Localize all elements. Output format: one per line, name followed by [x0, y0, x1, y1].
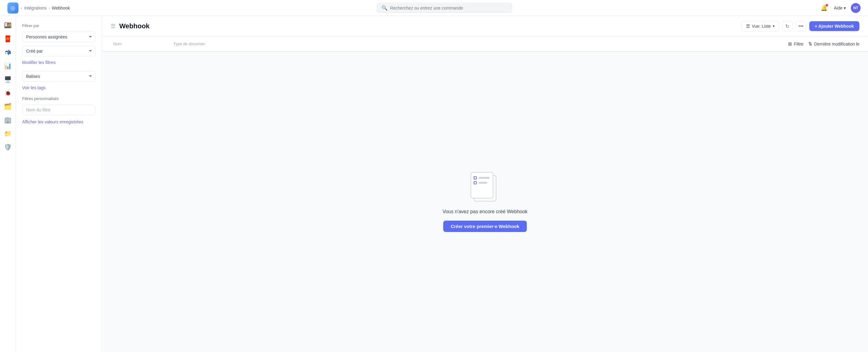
- sidebar-icon-chart[interactable]: 📊: [2, 60, 13, 71]
- add-webhook-button[interactable]: + Ajouter Webhook: [809, 21, 859, 31]
- filter-controls: ⊞ Filtre ⇅ Dernière modification le: [788, 41, 859, 47]
- logo: ◎: [7, 2, 19, 13]
- view-chevron-icon: ▾: [773, 24, 775, 28]
- sort-button[interactable]: ⇅ Dernière modification le: [808, 41, 859, 47]
- notification-badge: [826, 4, 828, 6]
- refresh-icon: ↻: [785, 23, 789, 29]
- sidebar-icon-folder[interactable]: 📁: [2, 128, 13, 139]
- assigned-persons-select[interactable]: Personnes assignées: [22, 32, 96, 42]
- modify-filters-button[interactable]: Modifier les filtres: [22, 60, 56, 65]
- show-saved-values-button[interactable]: Afficher les valeurs enregistrées: [22, 119, 83, 124]
- column-header-type[interactable]: Type de documen: [171, 40, 220, 48]
- view-list-button[interactable]: ☰ Vue: Liste ▾: [741, 21, 779, 31]
- help-label: Aide: [834, 5, 842, 10]
- search-box[interactable]: 🔍: [377, 3, 512, 13]
- logo-icon: ◎: [10, 5, 16, 11]
- sidebar-icon-home[interactable]: 🍱: [2, 20, 13, 31]
- table-header-row: Nom Type de documen ⊞ Filtre ⇅ Dernière …: [102, 37, 868, 51]
- list-icon: ☰: [746, 23, 750, 29]
- nav-right: 🔔 Aide ▾ NT: [819, 3, 861, 13]
- filter-button[interactable]: ⊞ Filtre: [788, 41, 803, 47]
- icon-sidebar: 🍱 🧧 📬 📊 🖥️ 🐞 🗂️ 🏢 📁 🛡️: [0, 16, 16, 352]
- empty-state: Vous n'avez pas encore créé Webhook Crée…: [102, 52, 868, 352]
- filter-name-input[interactable]: [22, 105, 96, 115]
- sort-label: Dernière modification le: [814, 41, 859, 47]
- refresh-button[interactable]: ↻: [782, 21, 793, 31]
- sort-icon: ⇅: [808, 41, 812, 47]
- filter-by-label: Filtrer par: [22, 23, 96, 28]
- sidebar-icon-shield[interactable]: 🛡️: [2, 142, 13, 153]
- sidebar-icon-screen[interactable]: 🖥️: [2, 74, 13, 85]
- page-title: Webhook: [119, 22, 150, 30]
- add-button-label: + Ajouter Webhook: [815, 24, 854, 29]
- breadcrumb-sep: ›: [49, 5, 50, 10]
- user-avatar[interactable]: NT: [851, 3, 861, 13]
- page-header-left: ☰ Webhook: [111, 22, 150, 30]
- search-input[interactable]: [390, 5, 507, 10]
- empty-message: Vous n'avez pas encore créé Webhook: [443, 209, 528, 214]
- breadcrumb: › Intégrations › Webhook: [21, 5, 70, 10]
- help-button[interactable]: Aide ▾: [834, 5, 846, 10]
- more-icon: •••: [798, 23, 803, 29]
- main-content: ☰ Webhook ☰ Vue: Liste ▾ ↻ ••• + Ajouter…: [102, 16, 868, 352]
- notification-button[interactable]: 🔔: [819, 3, 829, 13]
- menu-icon[interactable]: ☰: [111, 23, 116, 30]
- filter-icon: ⊞: [788, 41, 792, 47]
- column-header-name[interactable]: Nom: [111, 40, 166, 48]
- create-first-webhook-button[interactable]: Créer votre premier·e Webhook: [443, 221, 527, 232]
- main-layout: 🍱 🧧 📬 📊 🖥️ 🐞 🗂️ 🏢 📁 🛡️ Filtrer par Perso…: [0, 16, 868, 352]
- doc-row-1: [474, 176, 490, 179]
- empty-illustration: [468, 172, 502, 203]
- content-area: Nom Type de documen ⊞ Filtre ⇅ Dernière …: [102, 37, 868, 352]
- sidebar-icon-database[interactable]: 🗂️: [2, 101, 13, 112]
- doc-checkbox-1: [474, 176, 477, 179]
- filter-label: Filtre: [794, 41, 803, 47]
- nav-left: ◎ › Intégrations › Webhook: [7, 2, 70, 13]
- tags-select[interactable]: Balises: [22, 71, 96, 82]
- breadcrumb-webhook: Webhook: [52, 5, 70, 10]
- doc-checkbox-2: [474, 181, 477, 184]
- search-area: 🔍: [377, 3, 512, 13]
- view-label: Vue: Liste: [752, 24, 771, 29]
- filter-sidebar: Filtrer par Personnes assignées Créé par…: [16, 16, 102, 352]
- breadcrumb-integrations[interactable]: Intégrations: [24, 5, 47, 10]
- sidebar-icon-inbox[interactable]: 🧧: [2, 33, 13, 44]
- page-header: ☰ Webhook ☰ Vue: Liste ▾ ↻ ••• + Ajouter…: [102, 16, 868, 37]
- view-tags-button[interactable]: Voir les tags: [22, 85, 45, 90]
- search-icon: 🔍: [381, 5, 388, 11]
- more-options-button[interactable]: •••: [796, 21, 806, 31]
- doc-card-front: [471, 172, 493, 199]
- sidebar-icon-building[interactable]: 🏢: [2, 114, 13, 125]
- help-chevron-icon: ▾: [844, 5, 846, 10]
- doc-line-1: [478, 177, 490, 179]
- top-nav: ◎ › Intégrations › Webhook 🔍 🔔 Aide ▾ NT: [0, 0, 868, 16]
- sidebar-icon-mail[interactable]: 📬: [2, 47, 13, 58]
- doc-line-2: [478, 182, 487, 184]
- created-by-select[interactable]: Créé par: [22, 46, 96, 56]
- breadcrumb-chevron: ›: [21, 5, 23, 10]
- page-header-right: ☰ Vue: Liste ▾ ↻ ••• + Ajouter Webhook: [741, 21, 859, 31]
- sidebar-icon-bug[interactable]: 🐞: [2, 87, 13, 98]
- custom-filters-label: Filtres personnalisés: [22, 96, 96, 101]
- doc-row-2: [474, 181, 490, 184]
